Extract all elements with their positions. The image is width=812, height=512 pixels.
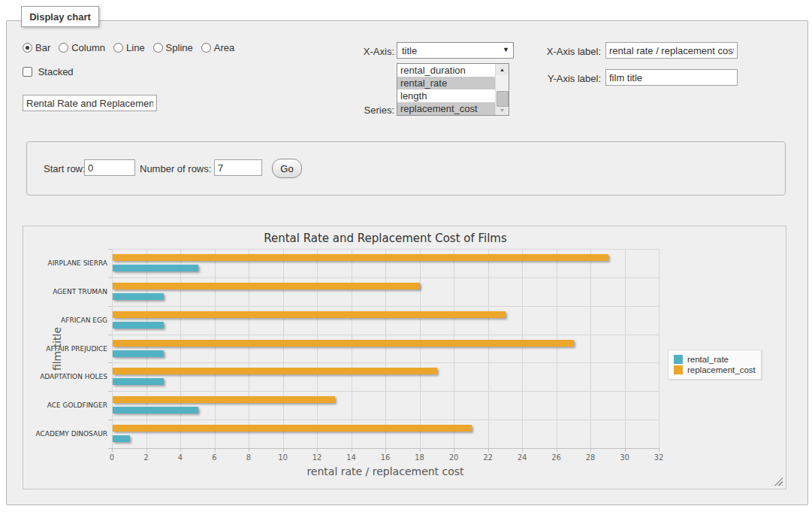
gridline-horizontal — [112, 362, 659, 363]
bar-rental_rate[interactable] — [113, 378, 164, 385]
dropdown-arrow-icon: ▼ — [503, 46, 509, 53]
x-tick-label: 20 — [439, 453, 469, 462]
bar-rental_rate[interactable] — [113, 293, 164, 300]
legend-item-replacement_cost[interactable]: replacement_cost — [674, 365, 756, 374]
gridline-horizontal — [112, 306, 659, 307]
gridline-horizontal — [112, 277, 659, 278]
gridline-vertical — [522, 249, 523, 448]
gridline-vertical — [146, 249, 147, 448]
x-tick-label: 12 — [302, 453, 332, 462]
chart-type-label[interactable]: Bar — [35, 42, 50, 53]
x-tick-label: 22 — [473, 453, 503, 462]
bar-replacement_cost[interactable] — [113, 396, 335, 403]
number-of-rows-label: Number of rows: — [140, 163, 211, 174]
start-row-label: Start row: — [44, 163, 86, 174]
y-axis-label-label: Y-Axis label: — [518, 73, 601, 84]
bar-replacement_cost[interactable] — [113, 283, 420, 289]
gridline-vertical — [625, 249, 626, 448]
scroll-up-icon[interactable]: ▲ — [496, 64, 509, 75]
chart-type-label[interactable]: Column — [71, 42, 105, 53]
legend-swatch — [674, 355, 683, 364]
x-axis-selected-value: title — [402, 45, 417, 56]
stacked-option: Stacked — [23, 66, 74, 77]
y-axis-tick — [108, 249, 112, 250]
x-tick-label: 18 — [405, 453, 435, 462]
y-axis-tick — [108, 335, 112, 335]
series-option[interactable]: length — [397, 89, 500, 102]
chart-type-radio-area[interactable] — [201, 43, 211, 53]
bar-rental_rate[interactable] — [113, 322, 164, 329]
stacked-label[interactable]: Stacked — [38, 66, 74, 77]
x-tick-label: 14 — [337, 453, 367, 462]
chart-legend: rental_ratereplacement_cost — [668, 350, 762, 380]
start-row-input[interactable] — [84, 159, 135, 176]
gridline-vertical — [352, 249, 352, 448]
x-axis-select[interactable]: title ▼ — [397, 42, 514, 59]
chart-title-input[interactable] — [23, 95, 157, 111]
x-tick-label: 8 — [234, 453, 264, 462]
go-button[interactable]: Go — [272, 159, 302, 178]
scrollbar-thumb[interactable] — [497, 91, 509, 107]
category-label: AGENT TRUMAN — [23, 288, 107, 295]
bar-replacement_cost[interactable] — [113, 340, 574, 347]
series-scrollbar[interactable]: ▲ ▼ — [495, 64, 509, 115]
gridline-vertical — [454, 249, 454, 448]
gridline-vertical — [659, 249, 660, 448]
series-option[interactable]: replacement_cost — [397, 102, 500, 115]
series-option[interactable]: rental_duration — [397, 64, 500, 77]
x-tick-label: 24 — [507, 453, 537, 462]
gridline-horizontal — [112, 391, 659, 392]
series-option[interactable]: rental_rate — [397, 77, 500, 89]
series-options: rental_durationrental_ratelengthreplacem… — [397, 64, 509, 115]
category-label: AFRICAN EGG — [23, 317, 107, 324]
chart-type-radio-group: BarColumnLineSplineArea — [23, 42, 323, 53]
gridline-vertical — [385, 249, 386, 448]
chart-type-radio-column[interactable] — [59, 43, 68, 53]
x-tick-label: 10 — [268, 453, 298, 462]
x-tick-label: 0 — [97, 453, 127, 462]
gridline-vertical — [112, 249, 113, 448]
x-axis-title: rental rate / replacement cost — [112, 465, 659, 477]
series-multiselect[interactable]: rental_durationrental_ratelengthreplacem… — [397, 63, 509, 116]
legend-item-rental_rate[interactable]: rental_rate — [674, 355, 756, 364]
bar-rental_rate[interactable] — [113, 435, 130, 442]
category-label: ADAPTATION HOLES — [23, 373, 107, 380]
category-label: AIRPLANE SIERRA — [23, 259, 107, 267]
gridline-vertical — [249, 249, 249, 448]
legend-label: rental_rate — [687, 355, 729, 364]
series-select-label: Series: — [323, 105, 394, 116]
y-axis-tick — [108, 362, 112, 363]
gridline-horizontal — [112, 249, 659, 250]
x-tick-label: 2 — [131, 453, 161, 462]
gridline-vertical — [420, 249, 421, 448]
chart-type-option-spline: Spline — [153, 42, 193, 53]
bar-replacement_cost[interactable] — [113, 368, 437, 374]
number-of-rows-input[interactable] — [214, 159, 262, 176]
bar-rental_rate[interactable] — [113, 407, 198, 414]
y-axis-tick — [108, 306, 112, 307]
chart-type-label[interactable]: Line — [126, 42, 145, 53]
resize-handle-icon[interactable] — [774, 477, 783, 486]
bar-replacement_cost[interactable] — [113, 311, 506, 318]
stacked-checkbox[interactable] — [23, 67, 32, 77]
x-axis-label-input[interactable] — [605, 42, 738, 59]
y-axis-label-input[interactable] — [605, 69, 738, 86]
chart-type-label[interactable]: Spline — [166, 42, 193, 53]
chart-type-radio-spline[interactable] — [153, 43, 163, 53]
chart-title: Rental Rate and Replacement Cost of Film… — [112, 232, 659, 245]
bar-rental_rate[interactable] — [113, 265, 198, 271]
gridline-vertical — [317, 249, 318, 448]
bar-rental_rate[interactable] — [113, 350, 164, 357]
x-tick-label: 26 — [542, 453, 572, 462]
chart-type-option-column: Column — [59, 42, 105, 53]
bar-replacement_cost[interactable] — [113, 425, 472, 432]
chart-type-radio-line[interactable] — [113, 43, 123, 53]
chart-type-label[interactable]: Area — [214, 42, 234, 53]
x-axis-line — [112, 448, 659, 449]
legend-label: replacement_cost — [687, 365, 756, 374]
category-label: AFFAIR PREJUDICE — [23, 345, 107, 353]
chart-type-option-area: Area — [201, 42, 234, 53]
gridline-vertical — [590, 249, 591, 448]
chart-type-radio-bar[interactable] — [23, 43, 32, 53]
bar-replacement_cost[interactable] — [113, 254, 608, 261]
